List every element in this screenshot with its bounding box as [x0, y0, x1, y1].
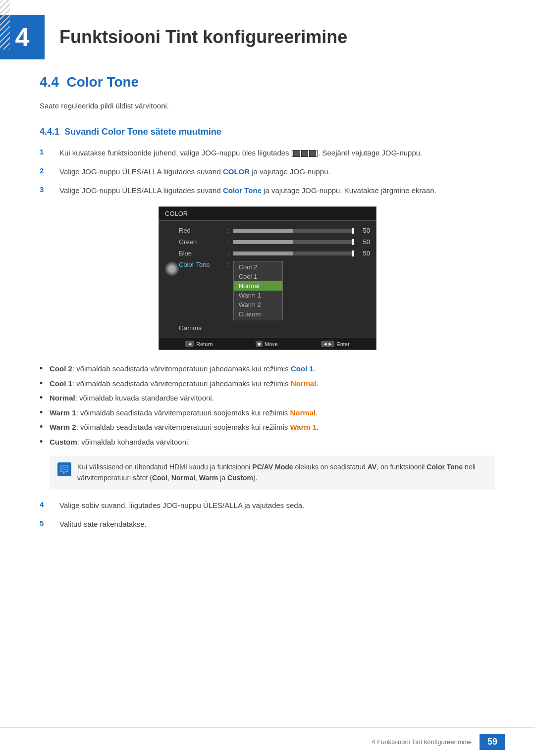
step-4-text: Valige sobiv suvand, liigutades JOG-nupp…	[59, 500, 304, 511]
step-2: 2 Valige JOG-nuppu ÜLES/ALLA liigutades …	[40, 166, 495, 178]
step-3: 3 Valige JOG-nuppu ÜLES/ALLA liigutades …	[40, 185, 495, 197]
step-4-number: 4	[40, 500, 59, 508]
osd-dropdown: Cool 2 Cool 1 Normal Warm 1 Warm 2 Custo…	[233, 261, 283, 320]
osd-container: COLOR Red : 50 Green	[40, 206, 495, 350]
osd-footer: ◄ Return ■ Move ◄► Enter	[159, 338, 376, 350]
osd-row-gamma: Gamma :	[159, 322, 376, 334]
osd-label-colortone: Color Tone	[179, 261, 223, 268]
osd-item-warm2: Warm 2	[234, 300, 282, 309]
step-2-number: 2	[40, 166, 59, 175]
step-2-text: Valige JOG-nuppu ÜLES/ALLA liigutades su…	[59, 166, 330, 178]
osd-body: Red : 50 Green :	[159, 221, 376, 338]
osd-label-blue: Blue	[179, 250, 223, 257]
page-footer: 4 Funktsiooni Tint konfigureerimine 59	[0, 727, 535, 756]
osd-row-red: Red : 50	[159, 225, 376, 236]
osd-item-normal: Normal	[234, 281, 282, 291]
osd-bar-blue	[233, 252, 354, 255]
steps-before-osd: 1 Kui kuvatakse funktsioonide juhend, va…	[40, 147, 495, 197]
step-1-text: Kui kuvatakse funktsioonide juhend, vali…	[59, 147, 422, 159]
osd-bar-red	[233, 229, 354, 233]
osd-label-green: Green	[179, 238, 223, 246]
header-pattern	[0, 0, 10, 50]
section-intro: Saate reguleerida pildi üldist värvitoon…	[40, 100, 495, 112]
note-text: Kui välissisend on ühendatud HDMI kaudu …	[77, 461, 487, 484]
osd-header: COLOR	[159, 207, 376, 221]
osd-value-green: 50	[358, 238, 370, 246]
osd-row-blue: Blue : 50	[159, 248, 376, 259]
note-icon	[57, 462, 71, 476]
subsection-title: 4.4.1 Suvandi Color Tone sätete muutmine	[40, 127, 495, 137]
bullet-warm2: Warm 2: võimaldab seadistada värvitemper…	[40, 421, 495, 434]
osd-item-cool1: Cool 1	[234, 272, 282, 281]
step-4: 4 Valige sobiv suvand, liigutades JOG-nu…	[40, 500, 495, 511]
osd-btn-move: ■ Move	[256, 341, 278, 347]
osd-label-gamma: Gamma	[179, 324, 223, 332]
osd-row-green: Green : 50	[159, 236, 376, 248]
step-1-number: 1	[40, 147, 59, 156]
chapter-number: 4	[15, 22, 30, 52]
note-box: Kui välissisend on ühendatud HDMI kaudu …	[50, 455, 495, 490]
osd-value-red: 50	[358, 227, 370, 234]
osd-value-blue: 50	[358, 250, 370, 257]
step-5-number: 5	[40, 518, 59, 527]
step-5-text: Valitud säte rakendatakse.	[59, 518, 147, 530]
osd-label-red: Red	[179, 227, 223, 234]
bullet-warm1: Warm 1: võimaldab seadistada värvitemper…	[40, 406, 495, 419]
step-1: 1 Kui kuvatakse funktsioonide juhend, va…	[40, 147, 495, 159]
section-title: 4.4 Color Tone	[40, 74, 495, 90]
step-3-number: 3	[40, 185, 59, 194]
bullet-cool1: Cool 1: võimaldab seadistada värvitemper…	[40, 377, 495, 390]
osd-screen: COLOR Red : 50 Green	[159, 206, 376, 350]
disc-icon	[165, 262, 179, 276]
osd-btn-enter: ◄► Enter	[321, 341, 350, 347]
bullet-custom: Custom: võimaldab kohandada värvitooni.	[40, 436, 495, 449]
steps-after-osd: 4 Valige sobiv suvand, liigutades JOG-nu…	[40, 500, 495, 530]
osd-item-cool2: Cool 2	[234, 262, 282, 272]
osd-item-warm1: Warm 1	[234, 291, 282, 300]
osd-bar-green	[233, 240, 354, 244]
step-5: 5 Valitud säte rakendatakse.	[40, 518, 495, 530]
step-3-text: Valige JOG-nuppu ÜLES/ALLA liigutades su…	[59, 185, 436, 197]
osd-btn-return: ◄ Return	[185, 341, 213, 347]
bullet-cool2: Cool 2: võimaldab seadistada värvitemper…	[40, 362, 495, 375]
page-number-badge: 59	[480, 734, 505, 750]
osd-item-custom: Custom	[234, 309, 282, 319]
chapter-title: Funktsiooni Tint konfigureerimine	[59, 27, 347, 48]
osd-row-colortone: Color Tone : Cool 2 Cool 1 Normal Warm 1…	[159, 259, 376, 322]
bullet-normal: Normal: võimaldab kuvada standardse värv…	[40, 392, 495, 404]
feature-list: Cool 2: võimaldab seadistada värvitemper…	[40, 362, 495, 448]
footer-chapter-ref: 4 Funktsiooni Tint konfigureerimine	[372, 738, 472, 746]
